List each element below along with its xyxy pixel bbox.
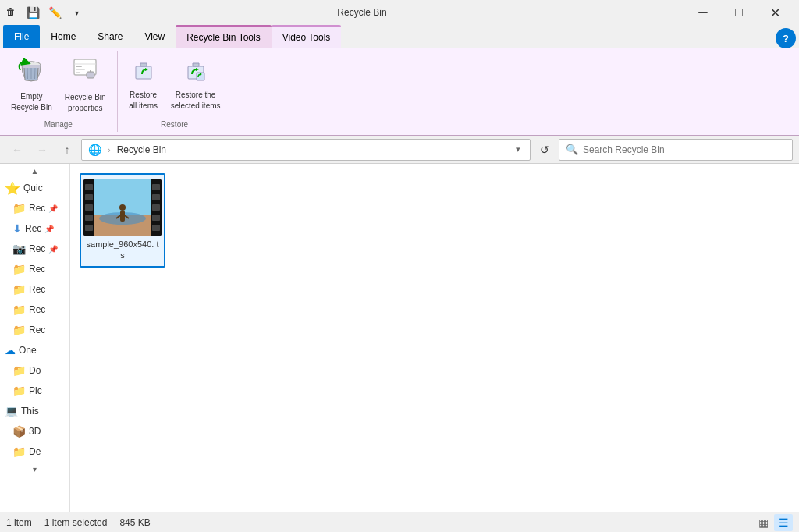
sidebar-item-folder-2[interactable]: 📁 Rec (0, 279, 69, 300)
restore-selected-icon (182, 59, 210, 88)
recycle-bin-properties-label: Recycle Bin properties (65, 92, 106, 114)
sidebar-item-downloads[interactable]: ⬇ Rec 📌 (0, 218, 69, 239)
sidebar-item-label-1: Rec (29, 203, 45, 214)
manage-group-label: Manage (44, 119, 73, 130)
tab-video-tools[interactable]: Video Tools (272, 25, 342, 48)
sidebar-item-label-3: Rec (29, 243, 45, 254)
sidebar-onedrive-label: One (19, 345, 37, 356)
sidebar-item-this-pc[interactable]: 💻 This (0, 401, 69, 421)
sidebar-item-folder-3[interactable]: 📁 Rec (0, 300, 69, 320)
up-button[interactable]: ↑ (56, 139, 78, 161)
title-bar: 🗑 💾 ✏️ ▾ Recycle Bin ─ □ ✕ (0, 0, 799, 25)
large-icons-view-button[interactable]: ▦ (754, 514, 772, 531)
tab-share[interactable]: Share (87, 25, 133, 48)
restore-selected-button[interactable]: Restore the selected items (166, 55, 225, 115)
sidebar-item-folder-4[interactable]: 📁 Rec (0, 320, 69, 340)
yellow-folder-icon-2: 📁 (12, 283, 26, 296)
film-strip-left (83, 179, 94, 236)
svg-rect-18 (120, 211, 125, 222)
pin-icon-1: 📌 (48, 204, 58, 213)
window-title: Recycle Bin (42, 7, 682, 18)
sidebar-item-desktop[interactable]: 📁 Rec 📌 (0, 198, 69, 218)
documents-icon: 📁 (12, 364, 26, 377)
file-size: 845 KB (119, 517, 150, 528)
desktop-folder-icon: 📁 (12, 445, 26, 458)
restore-all-items-button[interactable]: Restore all items (124, 55, 163, 115)
svg-rect-11 (136, 66, 151, 79)
tab-view[interactable]: View (133, 25, 176, 48)
view-controls: ▦ ☰ (754, 514, 793, 531)
file-item-video[interactable]: sample_960x540. ts (80, 173, 165, 268)
sidebar-folder-label-4: Rec (29, 325, 45, 335)
maximize-button[interactable]: □ (721, 0, 757, 25)
ribbon-restore-items: Restore all items Restore the selected i… (124, 53, 225, 117)
ribbon-manage-items: Empty Recycle Bin Recycle Bin properties (6, 53, 111, 117)
restore-all-label: Restore all items (129, 90, 158, 112)
svg-rect-7 (76, 69, 85, 70)
recycle-bin-properties-button[interactable]: Recycle Bin properties (60, 53, 111, 117)
yellow-folder-icon-4: 📁 (12, 324, 26, 336)
save-button[interactable]: 💾 (23, 3, 42, 22)
search-input[interactable] (583, 144, 786, 155)
svg-point-17 (119, 204, 126, 211)
empty-recycle-bin-icon (17, 58, 45, 90)
main-area: ▲ ⭐ Quic 📁 Rec 📌 ⬇ Rec 📌 📷 Rec 📌 📁 Rec 📁 (0, 164, 799, 512)
sidebar-scroll-down[interactable]: ▾ (0, 462, 69, 476)
selected-count: 1 item selected (44, 517, 108, 528)
sidebar-folder-label-2: Rec (29, 284, 45, 295)
back-button[interactable]: ← (6, 139, 28, 161)
sidebar-3d-label: 3D (29, 426, 41, 437)
sidebar-item-folder-1[interactable]: 📁 Rec (0, 259, 69, 279)
address-separator: › (108, 145, 111, 154)
svg-line-1 (27, 68, 28, 79)
sidebar-folder-label-1: Rec (29, 264, 45, 275)
svg-rect-6 (76, 66, 82, 67)
film-hole (85, 194, 93, 200)
ribbon-tabs: File Home Share View Recycle Bin Tools V… (0, 25, 799, 48)
sidebar-item-3d-objects[interactable]: 📦 3D (0, 421, 69, 442)
tab-recycle-bin-tools[interactable]: Recycle Bin Tools (176, 25, 272, 48)
item-count: 1 item (6, 517, 32, 528)
pictures-icon-2: 📁 (12, 385, 26, 397)
film-hole (152, 184, 160, 190)
yellow-folder-icon-3: 📁 (12, 303, 26, 316)
close-button[interactable]: ✕ (757, 0, 793, 25)
sidebar-documents-label: Do (29, 365, 41, 376)
tab-home[interactable]: Home (40, 25, 87, 48)
sidebar-scroll-up[interactable]: ▲ (0, 164, 69, 178)
sidebar-item-pictures[interactable]: 📷 Rec 📌 (0, 239, 69, 259)
film-hole (152, 194, 160, 200)
file-thumbnail (83, 179, 162, 236)
film-hole (85, 184, 93, 190)
sidebar-item-pictures-2[interactable]: 📁 Pic (0, 381, 69, 401)
address-location-icon: 🌐 (88, 144, 101, 156)
list-view-button[interactable]: ☰ (774, 514, 793, 531)
forward-button[interactable]: → (31, 139, 53, 161)
empty-recycle-bin-label: Empty Recycle Bin (11, 91, 52, 113)
sidebar-item-onedrive[interactable]: ☁ One (0, 340, 69, 360)
onedrive-icon: ☁ (5, 344, 16, 356)
app-icon: 🗑 (6, 6, 19, 19)
sidebar-item-quick-access[interactable]: ⭐ Quic (0, 178, 69, 198)
svg-rect-8 (76, 72, 80, 73)
empty-recycle-bin-button[interactable]: Empty Recycle Bin (6, 55, 57, 116)
restore-selected-label: Restore the selected items (171, 90, 221, 112)
beach-scene-svg (94, 179, 151, 236)
address-chevron-icon[interactable]: ▾ (513, 144, 524, 154)
sidebar-item-documents[interactable]: 📁 Do (0, 360, 69, 381)
restore-all-icon (130, 59, 158, 88)
window-controls: ─ □ ✕ (685, 0, 793, 25)
this-pc-icon: 💻 (5, 405, 18, 417)
film-hole (152, 204, 160, 211)
sidebar-item-desktop-2[interactable]: 📁 De (0, 442, 69, 462)
ribbon-content: Empty Recycle Bin Recycle Bin properties (0, 48, 799, 136)
search-box[interactable]: 🔍 (559, 139, 793, 161)
help-button[interactable]: ? (776, 28, 796, 48)
minimize-button[interactable]: ─ (685, 0, 721, 25)
address-bar: ← → ↑ 🌐 › Recycle Bin ▾ ↺ 🔍 (0, 136, 799, 164)
video-preview (94, 179, 151, 236)
folder-icon-3: 📷 (12, 243, 26, 255)
tab-file[interactable]: File (3, 25, 40, 48)
refresh-button[interactable]: ↺ (534, 139, 556, 161)
address-input[interactable]: 🌐 › Recycle Bin ▾ (81, 139, 531, 161)
